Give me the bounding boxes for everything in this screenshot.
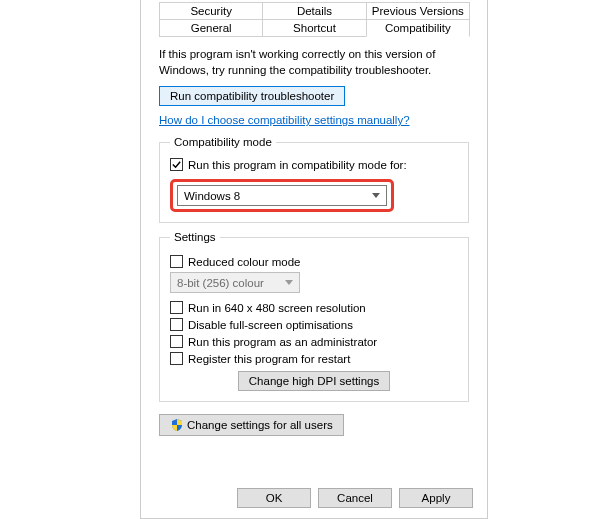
ok-button[interactable]: OK (237, 488, 311, 508)
change-dpi-button[interactable]: Change high DPI settings (238, 371, 390, 391)
tab-previous-versions[interactable]: Previous Versions (366, 2, 470, 19)
intro-text: If this program isn't working correctly … (159, 47, 469, 78)
chevron-down-icon (285, 280, 293, 285)
compatibility-mode-group: Compatibility mode Run this program in c… (159, 136, 469, 223)
compat-mode-value: Windows 8 (184, 190, 240, 202)
disable-fullscreen-label: Disable full-screen optimisations (188, 319, 353, 331)
tab-shortcut[interactable]: Shortcut (262, 19, 366, 37)
reduced-colour-checkbox[interactable] (170, 255, 183, 268)
manual-settings-link[interactable]: How do I choose compatibility settings m… (159, 114, 410, 126)
check-icon (171, 159, 182, 170)
tab-details[interactable]: Details (262, 2, 366, 19)
run-640-label: Run in 640 x 480 screen resolution (188, 302, 366, 314)
apply-button[interactable]: Apply (399, 488, 473, 508)
tab-general[interactable]: General (159, 19, 263, 37)
register-restart-label: Register this program for restart (188, 353, 350, 365)
chevron-down-icon (372, 193, 380, 198)
run-admin-label: Run this program as an administrator (188, 336, 377, 348)
compat-mode-select[interactable]: Windows 8 (177, 185, 387, 206)
run-troubleshooter-button[interactable]: Run compatibility troubleshooter (159, 86, 345, 106)
run-640-checkbox[interactable] (170, 301, 183, 314)
cancel-button[interactable]: Cancel (318, 488, 392, 508)
dialog-footer: OK Cancel Apply (141, 480, 487, 518)
change-all-users-button[interactable]: Change settings for all users (159, 414, 344, 436)
tab-content: If this program isn't working correctly … (159, 36, 469, 480)
compat-mode-checkbox[interactable] (170, 158, 183, 171)
shield-icon (170, 418, 184, 432)
change-all-users-label: Change settings for all users (187, 419, 333, 431)
tab-strip: Security Details Previous Versions Gener… (141, 0, 487, 37)
settings-group: Settings Reduced colour mode 8-bit (256)… (159, 231, 469, 402)
compat-mode-label: Run this program in compatibility mode f… (188, 159, 407, 171)
register-restart-checkbox[interactable] (170, 352, 183, 365)
colour-mode-select: 8-bit (256) colour (170, 272, 300, 293)
disable-fullscreen-checkbox[interactable] (170, 318, 183, 331)
compatibility-mode-legend: Compatibility mode (170, 136, 276, 148)
reduced-colour-label: Reduced colour mode (188, 256, 301, 268)
properties-dialog: Security Details Previous Versions Gener… (140, 0, 488, 519)
tab-security[interactable]: Security (159, 2, 263, 19)
run-admin-checkbox[interactable] (170, 335, 183, 348)
tab-compatibility[interactable]: Compatibility (366, 19, 470, 37)
colour-mode-value: 8-bit (256) colour (177, 277, 264, 289)
highlight-box: Windows 8 (170, 179, 394, 212)
settings-legend: Settings (170, 231, 220, 243)
